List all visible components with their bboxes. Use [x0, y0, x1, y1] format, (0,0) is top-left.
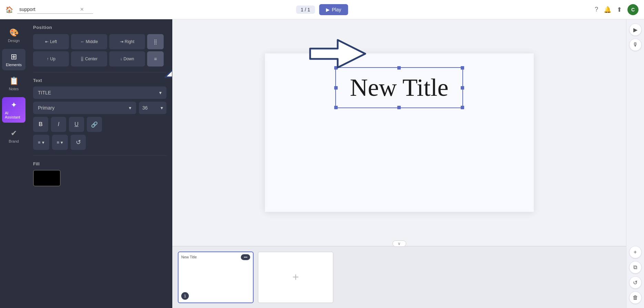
- icon-sidebar: 🎨 Design ⊞ Elements 📋 Notes ✦ AI Assista…: [0, 19, 28, 308]
- text-style-dropdown[interactable]: TITLE ▾: [33, 86, 166, 99]
- list-icon: ≡: [57, 140, 60, 145]
- resize-handle-tm[interactable]: [397, 66, 401, 70]
- duplicate-icon: ⧉: [633, 264, 637, 270]
- align-right-icon: ⇥: [120, 39, 123, 44]
- trash-icon: 🗑: [633, 295, 638, 301]
- search-input[interactable]: support: [19, 7, 78, 12]
- underline-button[interactable]: U: [69, 117, 84, 132]
- align-horizontal-center-icon: ≡: [154, 56, 157, 62]
- panel-expand-handle[interactable]: ∨: [392, 240, 406, 247]
- align-vertical-top-icon: ⣿: [154, 39, 157, 44]
- slide-title: New Title: [350, 74, 448, 101]
- font-family-chevron-icon: ▾: [129, 105, 131, 111]
- font-size-dropdown[interactable]: 36 ▾: [139, 102, 166, 114]
- position-section-title: Position: [33, 25, 166, 30]
- play-button[interactable]: ▶ Play: [319, 4, 348, 15]
- bold-button[interactable]: B: [33, 117, 48, 132]
- resize-handle-tl[interactable]: [334, 66, 338, 70]
- align-horizontal-center-button[interactable]: ≡: [147, 51, 164, 66]
- chevron-up-icon: ∨: [398, 241, 401, 246]
- add-element-button[interactable]: +: [629, 246, 642, 258]
- align-vertical-top-button[interactable]: ⣿: [147, 34, 164, 49]
- microphone-icon: 🎙: [633, 42, 638, 48]
- thumbnail-menu-button[interactable]: •••: [241, 254, 250, 260]
- sidebar-item-notes[interactable]: 📋 Notes: [2, 73, 25, 94]
- link-button[interactable]: 🔗: [87, 117, 102, 132]
- slide-number-badge: 1: [181, 292, 189, 300]
- align-up-button[interactable]: ↑ Up: [33, 51, 69, 66]
- properties-panel: Position ⇤ Left ↔ Middle ⇥ Right ⣿ ↑ Up …: [28, 19, 172, 308]
- sidebar-item-design[interactable]: 🎨 Design: [2, 25, 25, 46]
- chevron-down-icon: ▾: [159, 90, 162, 95]
- fill-section-title: Fill: [33, 161, 166, 166]
- font-family-dropdown[interactable]: Primary ▾: [33, 102, 136, 114]
- ai-icon: ✦: [11, 101, 17, 110]
- slide-canvas[interactable]: New Title: [265, 53, 534, 212]
- design-label: Design: [8, 39, 20, 43]
- list-style-dropdown[interactable]: ≡ ▾: [52, 135, 68, 150]
- align-right-button[interactable]: ⇥ Right: [109, 34, 145, 49]
- notifications-icon[interactable]: 🔔: [604, 6, 611, 13]
- plus-icon: +: [634, 249, 637, 255]
- design-icon: 🎨: [9, 28, 19, 37]
- play-icon: ▶: [326, 7, 330, 12]
- align-up-icon: ↑: [47, 57, 49, 61]
- align-middle-icon: ↔: [80, 39, 84, 44]
- pagination-display: 1 / 1: [296, 6, 315, 14]
- resize-handle-mr[interactable]: [461, 86, 464, 90]
- resize-handle-br[interactable]: [461, 106, 464, 109]
- add-slide-button[interactable]: +: [258, 251, 334, 303]
- record-button[interactable]: 🎙: [629, 39, 642, 51]
- notes-icon: 📋: [9, 76, 19, 85]
- align-center-button[interactable]: ⣿ Center: [71, 51, 107, 66]
- reset-icon: ↺: [76, 138, 81, 146]
- main-layout: 🎨 Design ⊞ Elements 📋 Notes ✦ AI Assista…: [0, 19, 644, 308]
- share-icon[interactable]: ⬆: [617, 6, 622, 13]
- notes-label: Notes: [9, 87, 19, 91]
- add-slide-icon: +: [293, 271, 299, 284]
- resize-handle-tr[interactable]: [461, 66, 464, 70]
- text-style-value: TITLE: [38, 90, 51, 95]
- canvas-play-icon: ▶: [633, 27, 637, 33]
- delete-button[interactable]: 🗑: [629, 291, 642, 304]
- reset-button[interactable]: ↺: [71, 135, 86, 150]
- sidebar-item-elements[interactable]: ⊞ Elements: [2, 49, 25, 70]
- resize-handle-ml[interactable]: [334, 86, 338, 90]
- align-center-icon: ⣿: [81, 57, 84, 61]
- list-chevron-icon: ▾: [61, 140, 63, 145]
- topbar-right: ? 🔔 ⬆ C: [595, 4, 638, 15]
- undo-button[interactable]: ↺: [629, 276, 642, 289]
- avatar[interactable]: C: [627, 4, 638, 15]
- slide-thumbnail-1[interactable]: New Title ••• 1: [178, 251, 254, 303]
- align-down-button[interactable]: ↓ Down: [109, 51, 145, 66]
- resize-handle-bl[interactable]: [334, 106, 338, 109]
- text-section-title: Text: [33, 78, 166, 83]
- text-align-dropdown[interactable]: ≡ ▾: [33, 135, 49, 150]
- elements-icon: ⊞: [11, 52, 17, 61]
- home-icon[interactable]: 🏠: [6, 6, 13, 13]
- sidebar-item-ai-assistant[interactable]: ✦ AI Assistant: [2, 97, 25, 123]
- font-size-value: 36: [142, 105, 148, 111]
- align-down-icon: ↓: [120, 57, 122, 61]
- topbar: 🏠 support ✕ 1 / 1 ▶ Play ? 🔔 ⬆ C: [0, 0, 644, 19]
- align-left-button[interactable]: ⇤ Left: [33, 34, 69, 49]
- thumbnail-header: New Title •••: [178, 252, 253, 262]
- help-icon[interactable]: ?: [595, 6, 598, 13]
- search-bar: support ✕: [17, 5, 93, 14]
- italic-button[interactable]: I: [51, 117, 66, 132]
- brand-label: Brand: [9, 139, 19, 143]
- canvas-play-button[interactable]: ▶: [629, 23, 642, 36]
- ai-label: AI Assistant: [5, 111, 23, 119]
- align-left-text-icon: ≡: [38, 140, 41, 145]
- canvas-wrapper: New Title: [172, 19, 626, 246]
- text-element[interactable]: New Title: [335, 67, 463, 108]
- sidebar-item-brand[interactable]: ✔ Brand: [2, 125, 25, 147]
- thumbnail-title: New Title: [181, 255, 197, 259]
- thumbnails-bar: New Title ••• 1 +: [172, 246, 626, 308]
- duplicate-button[interactable]: ⧉: [629, 261, 642, 274]
- clear-search-icon[interactable]: ✕: [80, 7, 84, 12]
- right-controls-panel: ▶ 🎙 + ⧉ ↺ 🗑: [626, 19, 644, 308]
- resize-handle-bm[interactable]: [397, 106, 401, 109]
- fill-color-picker[interactable]: [33, 170, 61, 186]
- align-middle-button[interactable]: ↔ Middle: [71, 34, 107, 49]
